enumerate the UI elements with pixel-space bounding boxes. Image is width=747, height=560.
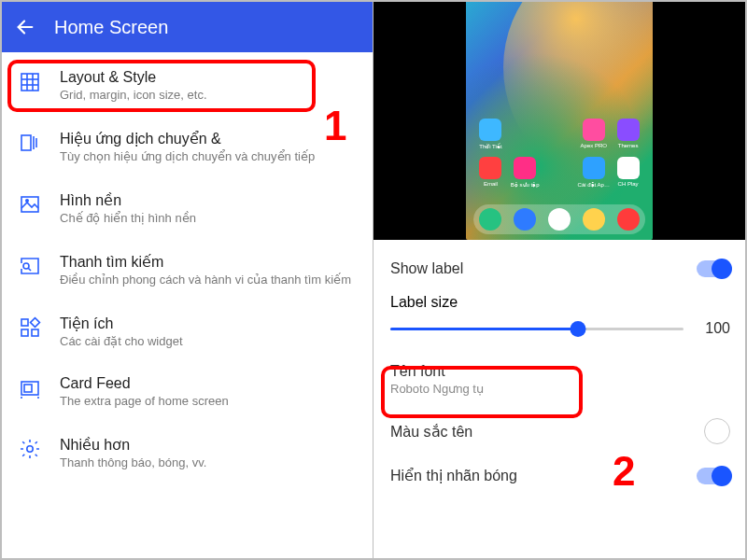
color-swatch[interactable] bbox=[704, 418, 730, 444]
item-subtitle: Các cài đặt cho widget bbox=[60, 334, 359, 350]
setting-label: Tên font bbox=[390, 363, 730, 380]
item-more[interactable]: Nhiều hơnThanh thông báo, bóng, vv. bbox=[2, 423, 373, 484]
item-title: Thanh tìm kiếm bbox=[60, 253, 359, 271]
left-panel: Home Screen Layout & StyleGrid, margin, … bbox=[2, 2, 374, 558]
svg-line-12 bbox=[28, 268, 31, 271]
item-card-feed[interactable]: Card FeedThe extra page of home screen bbox=[2, 362, 373, 423]
card-feed-icon bbox=[19, 377, 41, 399]
item-title: Card Feed bbox=[60, 375, 359, 392]
preview-dock bbox=[473, 204, 645, 234]
app-bar: Home Screen bbox=[2, 2, 373, 52]
search-box-icon bbox=[19, 255, 41, 277]
row-show-label[interactable]: Show label bbox=[390, 249, 730, 288]
item-subtitle: Tùy chọn hiệu ứng dịch chuyển và chuyển … bbox=[60, 149, 359, 165]
toggle-show-label[interactable] bbox=[697, 260, 730, 277]
item-subtitle: Chế độ hiển thị hình nền bbox=[60, 211, 359, 227]
right-panel: Thời Tiết Apex PRO Themes Email Bộ sưu t… bbox=[374, 2, 745, 558]
back-button[interactable] bbox=[13, 15, 37, 39]
item-widget[interactable]: Tiện íchCác cài đặt cho widget bbox=[2, 301, 373, 363]
step-badge-2: 2 bbox=[613, 448, 635, 495]
label-size-value: 100 bbox=[684, 320, 730, 337]
label-settings: Show label Label size 100 Tên font Robot… bbox=[374, 240, 745, 558]
item-wallpaper[interactable]: Hình nềnChế độ hiển thị hình nền bbox=[2, 178, 373, 240]
toggle-shadow[interactable] bbox=[697, 468, 730, 484]
tutorial-composite: Home Screen Layout & StyleGrid, margin, … bbox=[0, 0, 747, 560]
item-subtitle: The extra page of home screen bbox=[60, 394, 359, 410]
svg-point-21 bbox=[27, 446, 33, 452]
phone-mock: Thời Tiết Apex PRO Themes Email Bộ sưu t… bbox=[466, 2, 653, 240]
setting-label: Màu sắc tên bbox=[390, 423, 704, 441]
home-preview: Thời Tiết Apex PRO Themes Email Bộ sưu t… bbox=[374, 2, 745, 240]
setting-label: Hiển thị nhãn bóng bbox=[390, 467, 697, 484]
item-title: Hiệu ứng dịch chuyển & bbox=[60, 130, 359, 147]
setting-label: Show label bbox=[390, 260, 697, 277]
svg-rect-6 bbox=[21, 135, 31, 150]
widget-icon bbox=[19, 316, 41, 339]
preview-app-grid: Thời Tiết Apex PRO Themes Email Bộ sưu t… bbox=[466, 119, 653, 188]
arrow-left-icon bbox=[15, 17, 35, 37]
item-title: Hình nền bbox=[60, 191, 359, 209]
item-layout-style[interactable]: Layout & StyleGrid, margin, icon size, e… bbox=[2, 56, 373, 117]
setting-value: Roboto Ngưng tụ bbox=[390, 382, 730, 396]
row-font[interactable]: Tên font Roboto Ngưng tụ bbox=[390, 352, 730, 407]
svg-point-11 bbox=[23, 263, 29, 269]
svg-rect-15 bbox=[32, 329, 38, 336]
item-title: Nhiều hơn bbox=[60, 436, 359, 454]
item-title: Tiện ích bbox=[60, 315, 359, 332]
row-label-size: Label size 100 bbox=[390, 288, 730, 352]
step-badge-1: 1 bbox=[324, 103, 346, 149]
row-label-shadow[interactable]: Hiển thị nhãn bóng bbox=[390, 455, 730, 496]
setting-label: Label size bbox=[390, 294, 730, 311]
page-title: Home Screen bbox=[54, 17, 168, 38]
item-subtitle: Điều chỉnh phong cách và hành vi của tha… bbox=[60, 273, 359, 288]
item-transitions[interactable]: Hiệu ứng dịch chuyển &Tùy chọn hiệu ứng … bbox=[2, 117, 373, 178]
item-subtitle: Grid, margin, icon size, etc. bbox=[60, 88, 359, 104]
svg-rect-16 bbox=[31, 317, 40, 327]
item-subtitle: Thanh thông báo, bóng, vv. bbox=[60, 455, 359, 471]
svg-point-10 bbox=[26, 200, 28, 202]
item-title: Layout & Style bbox=[60, 69, 359, 86]
item-search-bar[interactable]: Thanh tìm kiếmĐiều chỉnh phong cách và h… bbox=[2, 240, 373, 301]
image-icon bbox=[19, 193, 41, 216]
settings-list: Layout & StyleGrid, margin, icon size, e… bbox=[2, 52, 373, 488]
svg-rect-14 bbox=[21, 329, 28, 336]
grid-icon bbox=[19, 71, 41, 93]
gear-icon bbox=[19, 438, 41, 460]
row-name-color[interactable]: Màu sắc tên bbox=[390, 407, 730, 455]
label-size-slider[interactable] bbox=[390, 328, 684, 330]
svg-rect-1 bbox=[21, 74, 38, 91]
svg-rect-13 bbox=[21, 319, 28, 326]
transition-icon bbox=[19, 132, 41, 154]
svg-rect-18 bbox=[24, 385, 32, 392]
